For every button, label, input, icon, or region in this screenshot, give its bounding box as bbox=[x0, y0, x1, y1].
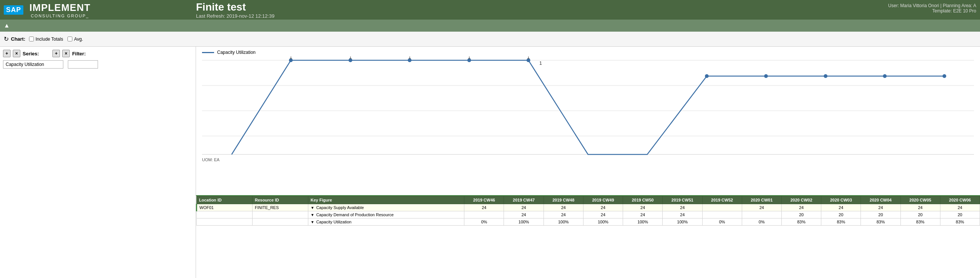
cell-supply-w10: 24 bbox=[861, 204, 900, 211]
col-week-10: 2020 CW04 bbox=[861, 196, 900, 204]
data-label-cw47: 1 bbox=[290, 57, 292, 60]
cell-demand-w10: 20 bbox=[861, 211, 900, 218]
cell-location-id-util bbox=[197, 218, 253, 226]
back-arrow-icon[interactable]: ▲ bbox=[4, 22, 10, 29]
expand-icon-demand[interactable]: ▼ bbox=[310, 213, 314, 217]
cell-supply-w0: 24 bbox=[465, 204, 504, 211]
chart-legend: Capacity Utilization bbox=[202, 50, 974, 55]
avg-checkbox[interactable] bbox=[67, 37, 72, 41]
data-table: Location ID Resource ID Key Figure 2019 … bbox=[196, 196, 980, 226]
chart-svg-container: 1 1 1 1 1 1 UOM: EA bbox=[202, 57, 974, 162]
cell-supply-w7: 24 bbox=[742, 204, 781, 211]
expand-icon-supply[interactable]: ▼ bbox=[310, 206, 314, 210]
include-totals-checkbox-item: Include Totals bbox=[29, 37, 63, 42]
col-week-8: 2020 CW02 bbox=[781, 196, 821, 204]
col-location-id: Location ID bbox=[197, 196, 253, 204]
col-week-9: 2020 CW03 bbox=[821, 196, 861, 204]
legend-label: Capacity Utilization bbox=[217, 50, 256, 55]
cell-demand-w2: 24 bbox=[544, 211, 583, 218]
cell-supply-w5: 24 bbox=[663, 204, 702, 211]
col-week-4: 2019 CW50 bbox=[623, 196, 663, 204]
cell-key-figure-demand: ▼ Capacity Demand of Production Resource bbox=[308, 211, 464, 218]
cell-demand-w12: 20 bbox=[940, 211, 980, 218]
cell-util-w6: 0% bbox=[702, 218, 742, 226]
filter-remove-button[interactable]: × bbox=[62, 50, 70, 57]
cell-util-w1: 100% bbox=[504, 218, 544, 226]
data-label-cw50: 1 bbox=[468, 57, 470, 60]
second-bar: ▲ bbox=[0, 20, 980, 32]
cell-util-w5: 100% bbox=[663, 218, 702, 226]
checkbox-group: Include Totals Avg. bbox=[29, 37, 83, 42]
cell-demand-w5: 24 bbox=[663, 211, 702, 218]
uom-label: UOM: EA bbox=[202, 157, 220, 162]
refresh-icon[interactable]: ↻ bbox=[4, 35, 9, 43]
cell-util-w11: 83% bbox=[900, 218, 940, 226]
user-info-line2: Template: E2E 10 Pro bbox=[888, 8, 976, 14]
cell-supply-w4: 24 bbox=[623, 204, 663, 211]
table-header-row: Location ID Resource ID Key Figure 2019 … bbox=[197, 196, 980, 204]
data-label-cw51: 1 bbox=[527, 57, 530, 60]
cell-demand-w4: 24 bbox=[623, 211, 663, 218]
col-week-0: 2019 CW46 bbox=[465, 196, 504, 204]
filter-label: Filter: bbox=[72, 51, 86, 57]
chart-svg: 1 1 1 1 1 1 bbox=[202, 57, 974, 158]
col-week-12: 2020 CW06 bbox=[940, 196, 980, 204]
cell-demand-w7 bbox=[742, 211, 781, 218]
cell-util-w9: 83% bbox=[821, 218, 861, 226]
cell-resource-id-demand bbox=[252, 211, 308, 218]
cell-demand-w1: 24 bbox=[504, 211, 544, 218]
col-resource-id: Resource ID bbox=[252, 196, 308, 204]
data-label-1: 1 bbox=[539, 60, 542, 66]
top-bar: SAP IMPLEMENT CONSULTING GROUP_ Finite t… bbox=[0, 0, 980, 20]
chart-label: Chart: bbox=[11, 36, 25, 42]
data-label-cw48: 1 bbox=[349, 57, 352, 60]
company-name: IMPLEMENT CONSULTING GROUP_ bbox=[29, 2, 91, 18]
col-week-6: 2019 CW52 bbox=[702, 196, 742, 204]
cell-util-w8: 83% bbox=[781, 218, 821, 226]
col-week-5: 2019 CW51 bbox=[663, 196, 702, 204]
cell-supply-w11: 24 bbox=[900, 204, 940, 211]
filter-input[interactable] bbox=[68, 60, 98, 68]
cell-resource-id-supply: FINITE_RES bbox=[252, 204, 308, 211]
avg-label: Avg. bbox=[74, 37, 83, 42]
filter-add-button[interactable]: + bbox=[52, 50, 60, 57]
series-add-button[interactable]: + bbox=[3, 50, 11, 57]
user-info: User: Maria Vittoria Onori | Planning Ar… bbox=[888, 3, 976, 14]
page-title-area: Finite test Last Refresh: 2019-nov-12 12… bbox=[196, 0, 274, 20]
data-point-8 bbox=[883, 74, 886, 78]
series-input[interactable] bbox=[3, 60, 63, 68]
cell-key-figure-util: ▼ Capacity Utilization bbox=[308, 218, 464, 226]
filter-inline-row: + × Filter: bbox=[52, 50, 86, 57]
page-title: Finite test bbox=[196, 1, 274, 13]
cell-util-w0: 0% bbox=[465, 218, 504, 226]
data-point-7 bbox=[824, 74, 827, 78]
table-row-demand: ▼ Capacity Demand of Production Resource… bbox=[197, 211, 980, 218]
data-label-cw49: 1 bbox=[408, 57, 411, 60]
avg-checkbox-item: Avg. bbox=[67, 37, 83, 42]
cell-util-w7: 0% bbox=[742, 218, 781, 226]
cell-util-w10: 83% bbox=[861, 218, 900, 226]
col-week-3: 2019 CW49 bbox=[583, 196, 623, 204]
data-point-5 bbox=[705, 74, 709, 78]
series-remove-button[interactable]: × bbox=[13, 50, 21, 57]
expand-icon-util[interactable]: ▼ bbox=[310, 220, 314, 224]
cell-demand-w9: 20 bbox=[821, 211, 861, 218]
cell-util-w12: 83% bbox=[940, 218, 980, 226]
col-key-figure: Key Figure bbox=[308, 196, 464, 204]
cell-util-w3: 100% bbox=[583, 218, 623, 226]
table-row-supply: WOF01 FINITE_RES ▼ Capacity Supply Avail… bbox=[197, 204, 980, 211]
cell-supply-w1: 24 bbox=[504, 204, 544, 211]
col-week-1: 2019 CW47 bbox=[504, 196, 544, 204]
cell-util-w2: 100% bbox=[544, 218, 583, 226]
cell-location-id-demand bbox=[197, 211, 253, 218]
chart-area: Capacity Utilization bbox=[196, 47, 980, 195]
cell-demand-w6 bbox=[702, 211, 742, 218]
cell-demand-w8: 20 bbox=[781, 211, 821, 218]
data-point-9 bbox=[942, 74, 946, 78]
cell-util-w4: 100% bbox=[623, 218, 663, 226]
table-row-util: ▼ Capacity Utilization 0% 100% 100% 100%… bbox=[197, 218, 980, 226]
col-week-2: 2019 CW48 bbox=[544, 196, 583, 204]
include-totals-checkbox[interactable] bbox=[29, 37, 34, 41]
company-main: IMPLEMENT bbox=[29, 2, 91, 14]
series-row: + × Series: + × Filter: bbox=[3, 50, 192, 57]
